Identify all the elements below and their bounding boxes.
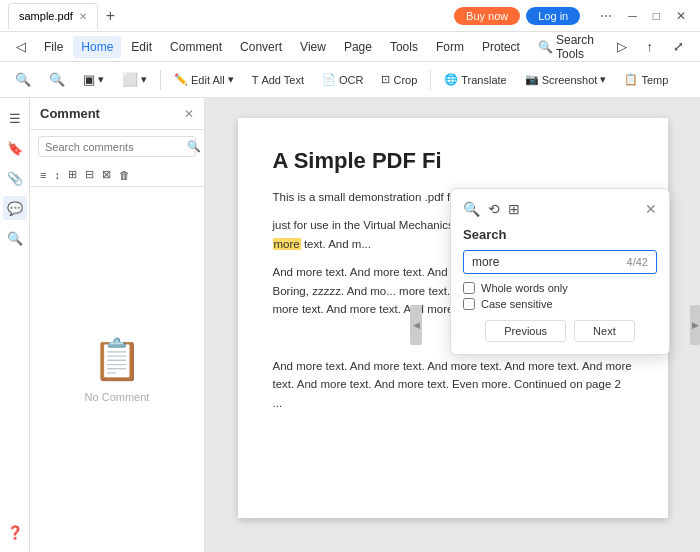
search-tools-icon: 🔍: [538, 40, 553, 54]
menu-bar: ◁ File Home Edit Comment Convert View Pa…: [0, 32, 700, 62]
add-text-icon: T: [252, 74, 259, 86]
pdf-viewer[interactable]: ◀ A Simple PDF Fi This is a small demons…: [205, 98, 700, 552]
sidebar-nav-icon[interactable]: ☰: [3, 106, 27, 130]
tab-area: sample.pdf ✕ +: [8, 3, 446, 29]
temp-btn[interactable]: 📋 Temp: [617, 69, 675, 90]
sidebar-search-icon[interactable]: 🔍: [3, 226, 27, 250]
sidebar-help-icon[interactable]: ❓: [3, 520, 27, 544]
crop-btn[interactable]: ⊡ Crop: [374, 69, 424, 90]
search-advanced-icon[interactable]: ⊞: [508, 201, 520, 217]
no-comment-icon: 📋: [92, 336, 142, 383]
select-tool-btn[interactable]: ▣ ▾: [76, 68, 111, 91]
close-btn[interactable]: ✕: [670, 7, 692, 25]
toolbar-sep-1: [160, 70, 161, 90]
sidebar-bookmark-icon[interactable]: 🔖: [3, 136, 27, 160]
main-area: ☰ 🔖 📎 💬 🔍 ❓ Comment ✕ 🔍 ≡ ↕ ⊞ ⊟ ⊠ 🗑 📋 No…: [0, 98, 700, 552]
pdf-para5: And more text. And more text. And more t…: [273, 357, 633, 412]
zoom-out-btn[interactable]: 🔍: [8, 68, 38, 91]
menu-form[interactable]: Form: [428, 36, 472, 58]
translate-btn[interactable]: 🌐 Translate: [437, 69, 513, 90]
comment-panel-close-btn[interactable]: ✕: [184, 107, 194, 121]
crop-icon: ⊡: [381, 73, 390, 86]
select-icon: ▣: [83, 72, 95, 87]
menu-convert[interactable]: Convert: [232, 36, 290, 58]
comment-panel-header: Comment ✕: [30, 98, 204, 130]
login-btn[interactable]: Log in: [526, 7, 580, 25]
whole-words-label: Whole words only: [481, 282, 568, 294]
menu-protect[interactable]: Protect: [474, 36, 528, 58]
right-panel-toggle[interactable]: ▶: [690, 305, 700, 345]
tab-sample-pdf[interactable]: sample.pdf ✕: [8, 3, 98, 29]
menu-view[interactable]: View: [292, 36, 334, 58]
menu-home[interactable]: Home: [73, 36, 121, 58]
search-close-btn[interactable]: ✕: [645, 201, 657, 217]
title-bar-actions: Buy now Log in ⋯ ─ □ ✕: [454, 7, 692, 25]
comment-search-input[interactable]: [45, 141, 183, 153]
comment-delete-icon[interactable]: 🗑: [117, 168, 132, 182]
toolbar: 🔍 🔍 ▣ ▾ ⬜ ▾ ✏️ Edit All ▾ T Add Text 📄 O…: [0, 62, 700, 98]
search-mode-icon[interactable]: 🔍: [463, 201, 480, 217]
comment-filter-icon[interactable]: ⊞: [66, 167, 79, 182]
screenshot-btn[interactable]: 📷 Screenshot ▾: [518, 69, 614, 90]
search-popup-header: 🔍 ⟲ ⊞ ✕: [463, 201, 657, 217]
title-bar: sample.pdf ✕ + Buy now Log in ⋯ ─ □ ✕: [0, 0, 700, 32]
nav-up-icon[interactable]: ↑: [639, 35, 662, 58]
comment-panel-title: Comment: [40, 106, 100, 121]
new-tab-btn[interactable]: +: [102, 7, 119, 25]
sidebar-comment-icon[interactable]: 💬: [3, 196, 27, 220]
more-btn[interactable]: ⋯: [594, 7, 618, 25]
comment-body: 📋 No Comment: [30, 187, 204, 552]
edit-all-btn[interactable]: ✏️ Edit All ▾: [167, 69, 241, 90]
case-sensitive-label: Case sensitive: [481, 298, 553, 310]
comment-expand-icon[interactable]: ⊟: [83, 167, 96, 182]
search-replace-icon[interactable]: ⟲: [488, 201, 500, 217]
add-text-btn[interactable]: T Add Text: [245, 70, 311, 90]
comment-list-icon[interactable]: ≡: [38, 168, 48, 182]
panel-toggle-arrow: ◀: [413, 320, 420, 330]
right-toggle-arrow: ▶: [692, 320, 699, 330]
maximize-btn[interactable]: □: [647, 7, 666, 25]
minimize-btn[interactable]: ─: [622, 7, 643, 25]
left-sidebar: ☰ 🔖 📎 💬 🔍 ❓: [0, 98, 30, 552]
edit-all-icon: ✏️: [174, 73, 188, 86]
comment-panel: Comment ✕ 🔍 ≡ ↕ ⊞ ⊟ ⊠ 🗑 📋 No Comment: [30, 98, 205, 552]
toolbar-sep-2: [430, 70, 431, 90]
temp-icon: 📋: [624, 73, 638, 86]
search-input[interactable]: [472, 255, 627, 269]
menu-file[interactable]: File: [36, 36, 71, 58]
zoom-in-btn[interactable]: 🔍: [42, 68, 72, 91]
highlight-more: more: [273, 238, 301, 250]
menu-tools[interactable]: Tools: [382, 36, 426, 58]
menu-comment[interactable]: Comment: [162, 36, 230, 58]
no-comment-label: No Comment: [85, 391, 150, 403]
search-nav: Previous Next: [463, 320, 657, 342]
search-next-btn[interactable]: Next: [574, 320, 635, 342]
case-sensitive-checkbox[interactable]: [463, 298, 475, 310]
menu-search-tools[interactable]: 🔍 Search Tools: [530, 29, 607, 65]
buy-now-btn[interactable]: Buy now: [454, 7, 520, 25]
zoom-in-icon: 🔍: [49, 72, 65, 87]
zoom-out-icon: 🔍: [15, 72, 31, 87]
nav-expand-icon[interactable]: ⤢: [665, 35, 692, 58]
nav-back-icon[interactable]: ◁: [8, 35, 34, 58]
nav-forward-icon[interactable]: ▷: [609, 35, 635, 58]
comment-sort-icon[interactable]: ↕: [52, 168, 62, 182]
ocr-icon: 📄: [322, 73, 336, 86]
comment-search-bar[interactable]: 🔍: [38, 136, 196, 157]
whole-words-checkbox[interactable]: [463, 282, 475, 294]
whole-words-option[interactable]: Whole words only: [463, 282, 657, 294]
case-sensitive-option[interactable]: Case sensitive: [463, 298, 657, 310]
left-panel-toggle[interactable]: ◀: [410, 305, 422, 345]
comment-collapse-icon[interactable]: ⊠: [100, 167, 113, 182]
screenshot-icon: 📷: [525, 73, 539, 86]
tab-close-btn[interactable]: ✕: [79, 11, 87, 22]
search-count: 4/42: [627, 256, 648, 268]
search-input-row[interactable]: 4/42: [463, 250, 657, 274]
search-label: Search: [463, 227, 657, 242]
sidebar-attachment-icon[interactable]: 📎: [3, 166, 27, 190]
search-prev-btn[interactable]: Previous: [485, 320, 566, 342]
shape-tool-btn[interactable]: ⬜ ▾: [115, 68, 154, 91]
menu-page[interactable]: Page: [336, 36, 380, 58]
menu-edit[interactable]: Edit: [123, 36, 160, 58]
ocr-btn[interactable]: 📄 OCR: [315, 69, 370, 90]
